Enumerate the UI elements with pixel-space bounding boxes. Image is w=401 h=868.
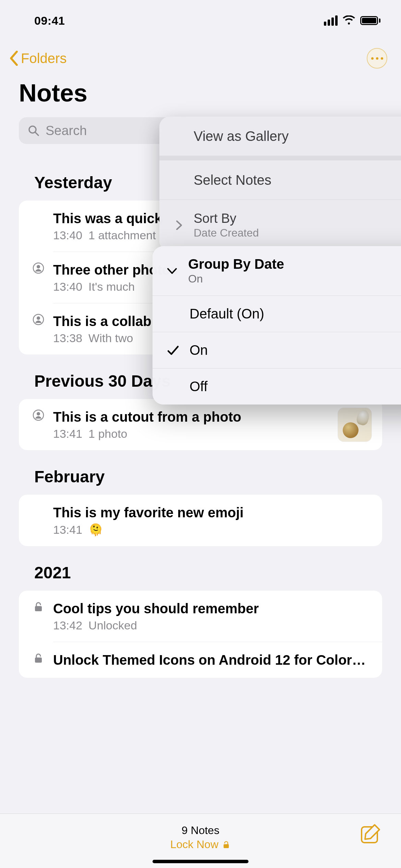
- notes-count: 9 Notes: [170, 824, 231, 837]
- note-row[interactable]: This is a cutout from a photo 13:411 pho…: [53, 399, 382, 450]
- note-row[interactable]: Cool tips you should remember 13:42Unloc…: [53, 591, 382, 642]
- note-title: Cool tips you should remember: [53, 600, 370, 617]
- menu-option-default[interactable]: Default (On): [153, 296, 401, 332]
- status-bar: 09:41: [0, 0, 401, 38]
- note-thumbnail: [338, 408, 372, 442]
- section-header-2021: 2021: [0, 546, 401, 591]
- unlocked-icon: [33, 652, 44, 664]
- note-row[interactable]: This is my favorite new emoji 13:41🫠: [53, 495, 382, 546]
- note-subtitle: 13:42Unlocked: [53, 619, 370, 632]
- note-title: This is a cutout from a photo: [53, 409, 370, 425]
- wifi-icon: [342, 15, 355, 26]
- chevron-down-icon: [166, 265, 178, 277]
- section-card-prev30: This is a cutout from a photo 13:411 pho…: [19, 399, 382, 450]
- status-icons: [324, 15, 380, 26]
- note-subtitle: 13:41🫠: [53, 523, 370, 537]
- menu-option-on[interactable]: On: [153, 332, 401, 369]
- menu-item-group-by-date[interactable]: Group By Date On: [153, 246, 401, 296]
- note-subtitle: 13:411 photo: [53, 427, 370, 441]
- note-title: Unlock Themed Icons on Android 12 for Co…: [53, 652, 370, 668]
- shared-icon: [33, 314, 44, 325]
- svg-rect-10: [224, 844, 229, 848]
- menu-item-sort-by[interactable]: Sort By Date Created: [159, 200, 401, 251]
- battery-icon: [360, 16, 380, 25]
- shared-icon: [33, 409, 44, 421]
- more-button[interactable]: [367, 48, 387, 69]
- svg-line-1: [35, 132, 38, 135]
- chevron-left-icon: [9, 51, 19, 66]
- section-card-february: This is my favorite new emoji 13:41🫠: [19, 495, 382, 546]
- chevron-right-icon: [173, 219, 185, 231]
- lock-now-button[interactable]: Lock Now: [170, 838, 231, 851]
- svg-point-7: [37, 412, 40, 415]
- menu-item-select-notes[interactable]: Select Notes: [159, 160, 401, 200]
- svg-rect-8: [35, 606, 42, 611]
- home-indicator: [153, 860, 248, 863]
- more-menu: View as Gallery Select Notes Sort By Dat…: [159, 117, 401, 251]
- back-label: Folders: [21, 51, 66, 65]
- unlocked-icon: [33, 601, 44, 613]
- svg-point-5: [37, 316, 40, 320]
- nav-bar: Folders: [0, 38, 401, 72]
- check-icon: [166, 343, 180, 357]
- cellular-icon: [324, 15, 338, 26]
- back-button[interactable]: Folders: [9, 51, 66, 66]
- search-placeholder: Search: [46, 123, 87, 138]
- bottom-bar: 9 Notes Lock Now: [0, 813, 401, 868]
- svg-rect-9: [35, 658, 42, 663]
- status-time: 09:41: [34, 14, 65, 27]
- page-title: Notes: [0, 72, 401, 117]
- menu-item-view-gallery[interactable]: View as Gallery: [159, 117, 401, 160]
- svg-point-3: [37, 265, 40, 268]
- section-header-february: February: [0, 450, 401, 495]
- group-by-date-menu: Group By Date On Default (On) On Off: [153, 246, 401, 405]
- note-title: This is my favorite new emoji: [53, 504, 370, 521]
- section-card-2021: Cool tips you should remember 13:42Unloc…: [19, 591, 382, 678]
- menu-option-off[interactable]: Off: [153, 369, 401, 405]
- shared-icon: [33, 262, 44, 274]
- search-icon: [28, 125, 39, 136]
- unlocked-icon: [222, 840, 231, 849]
- note-row[interactable]: Unlock Themed Icons on Android 12 for Co…: [53, 642, 382, 678]
- bottom-center: 9 Notes Lock Now: [170, 824, 231, 851]
- compose-button[interactable]: [360, 823, 382, 845]
- ellipsis-icon: [371, 57, 383, 60]
